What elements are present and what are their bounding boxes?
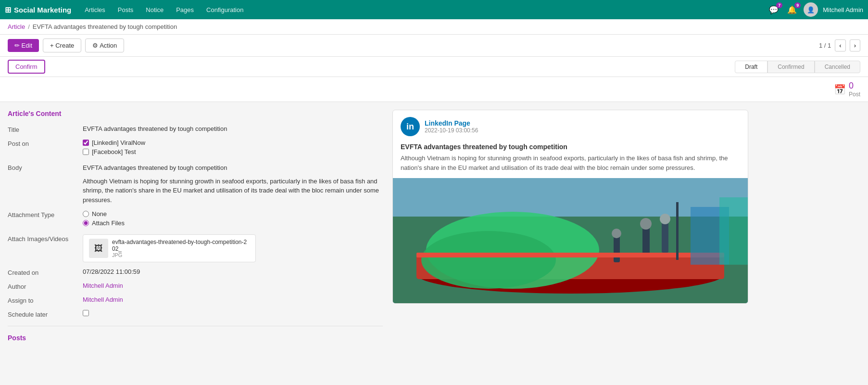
pagination-info: 1 / 1 (819, 42, 831, 49)
post-count: 0 (849, 81, 860, 91)
section-divider (8, 326, 383, 326)
nav-articles[interactable]: Articles (79, 3, 111, 16)
attachment-type-row: Attachment Type None Attach Files (8, 210, 383, 229)
created-on-value: 07/28/2022 11:00:59 (83, 268, 383, 276)
nav-notice[interactable]: Notice (140, 3, 169, 16)
svg-rect-15 (719, 197, 748, 265)
toolbar: ✏ Edit + Create ⚙ Action 1 / 1 ‹ › (0, 35, 868, 57)
attach-images-label: Attach Images/Videos (8, 234, 75, 262)
author-value: Mitchell Admin (83, 282, 383, 290)
chat-badge: 7 (776, 2, 782, 8)
article-section-title: Article's Content (8, 110, 383, 117)
post-stat[interactable]: 📅 0 Post (834, 81, 860, 98)
stats-bar: 📅 0 Post (0, 77, 868, 102)
post-on-row: Post on [Linkedin] ViralNow [Facebook] T… (8, 139, 383, 157)
linkedin-post-image (393, 178, 748, 303)
author-link[interactable]: Mitchell Admin (83, 282, 123, 289)
breadcrumb-separator: / (28, 23, 30, 30)
attach-files-radio[interactable] (83, 220, 89, 226)
next-page-button[interactable]: › (850, 39, 860, 51)
author-row: Author Mitchell Admin (8, 282, 383, 290)
confirm-button[interactable]: Confirm (8, 60, 45, 74)
breadcrumb-parent[interactable]: Article (8, 23, 25, 30)
attachment-thumbnail: 🖼 (89, 239, 108, 258)
assign-to-row: Assign to Mitchell Admin (8, 296, 383, 304)
facebook-checkbox-item: [Facebook] Test (83, 148, 383, 155)
avatar: 👤 (804, 2, 818, 17)
author-label: Author (8, 282, 75, 290)
navbar-right: 💬 7 🔔 9 👤 Mitchell Admin (767, 2, 863, 17)
schedule-later-value (83, 310, 383, 318)
action-button[interactable]: ⚙ Action (85, 38, 124, 52)
brand: ⊞ Social Marketing (5, 5, 71, 14)
status-bar: Confirm Draft Confirmed Cancelled (0, 57, 868, 77)
schedule-later-checkbox[interactable] (83, 310, 89, 316)
create-button[interactable]: + Create (43, 38, 81, 52)
facebook-checkbox[interactable] (83, 149, 89, 155)
svg-rect-13 (676, 202, 679, 260)
attachment-type-value: None Attach Files (83, 210, 383, 229)
prev-page-button[interactable]: ‹ (835, 39, 845, 51)
facebook-label: [Facebook] Test (92, 148, 136, 155)
attach-files-radio-item: Attach Files (83, 219, 383, 227)
nav-posts[interactable]: Posts (112, 3, 139, 16)
svg-rect-8 (662, 221, 668, 253)
nav-menu: Articles Posts Notice Pages Configuratio… (79, 3, 764, 16)
attach-files-label: Attach Files (92, 219, 125, 227)
linkedin-post-desc: Although Vietnam is hoping for stunning … (401, 154, 740, 172)
svg-point-7 (640, 218, 652, 230)
grid-icon: ⊞ (5, 5, 11, 14)
right-panel: in LinkedIn Page 2022-10-19 03:00:56 EVF… (392, 110, 748, 342)
linkedin-page-name: LinkedIn Page (425, 119, 478, 127)
linkedin-post-title: EVFTA advantages threatened by tough com… (401, 143, 740, 151)
linkedin-label: [Linkedin] ViralNow (92, 139, 145, 146)
svg-rect-6 (642, 226, 650, 255)
attach-images-value: 🖼 evfta-advantages-threatened-by-tough-c… (83, 234, 383, 262)
nav-pages[interactable]: Pages (170, 3, 200, 16)
posts-section-title: Posts (8, 334, 383, 342)
body-label: Body (8, 163, 75, 205)
linkedin-page-info: LinkedIn Page 2022-10-19 03:00:56 (425, 119, 478, 134)
status-confirmed[interactable]: Confirmed (767, 61, 814, 73)
user-name: Mitchell Admin (823, 6, 863, 13)
attachment-type-label: Attachment Type (8, 210, 75, 229)
post-label: Post (849, 91, 860, 98)
assign-to-link[interactable]: Mitchell Admin (83, 296, 123, 303)
edit-button[interactable]: ✏ Edit (8, 39, 39, 52)
chat-notifications-button[interactable]: 💬 7 (767, 3, 780, 16)
schedule-later-label: Schedule later (8, 310, 75, 318)
attachment-box[interactable]: 🖼 evfta-advantages-threatened-by-tough-c… (83, 234, 256, 262)
attach-images-row: Attach Images/Videos 🖼 evfta-advantages-… (8, 234, 383, 262)
brand-name: Social Marketing (14, 6, 71, 14)
body-title: EVFTA advantages threatened by tough com… (83, 163, 383, 173)
left-panel: Article's Content Title EVFTA advantages… (8, 110, 383, 342)
linkedin-logo: in (401, 117, 420, 136)
attachment-ext: JPG (112, 252, 250, 258)
schedule-later-row: Schedule later (8, 310, 383, 318)
linkedin-date: 2022-10-19 03:00:56 (425, 127, 478, 134)
activity-notifications-button[interactable]: 🔔 9 (785, 3, 799, 16)
created-on-row: Created on 07/28/2022 11:00:59 (8, 268, 383, 276)
status-draft[interactable]: Draft (735, 61, 767, 73)
body-text: Although Vietnam is hoping for stunning … (83, 177, 383, 205)
attachment-info: evfta-advantages-threatened-by-tough-com… (112, 239, 250, 258)
assign-to-label: Assign to (8, 296, 75, 304)
linkedin-preview-card: in LinkedIn Page 2022-10-19 03:00:56 EVF… (392, 110, 748, 304)
breadcrumb: Article / EVFTA advantages threatened by… (0, 19, 868, 35)
none-radio[interactable] (83, 211, 89, 217)
attachment-filename: evfta-advantages-threatened-by-tough-com… (112, 239, 250, 252)
body-value: EVFTA advantages threatened by tough com… (83, 163, 383, 205)
fishing-scene-svg (393, 178, 748, 303)
created-on-label: Created on (8, 268, 75, 276)
linkedin-body: EVFTA advantages threatened by tough com… (393, 143, 748, 178)
linkedin-header: in LinkedIn Page 2022-10-19 03:00:56 (393, 110, 748, 143)
nav-configuration[interactable]: Configuration (201, 3, 249, 16)
breadcrumb-current: EVFTA advantages threatened by tough com… (33, 23, 177, 30)
linkedin-checkbox-item: [Linkedin] ViralNow (83, 139, 383, 146)
status-cancelled[interactable]: Cancelled (815, 61, 860, 73)
title-label: Title (8, 125, 75, 133)
svg-rect-10 (614, 236, 620, 262)
svg-point-11 (612, 229, 621, 238)
navbar: ⊞ Social Marketing Articles Posts Notice… (0, 0, 868, 19)
linkedin-checkbox[interactable] (83, 140, 89, 146)
